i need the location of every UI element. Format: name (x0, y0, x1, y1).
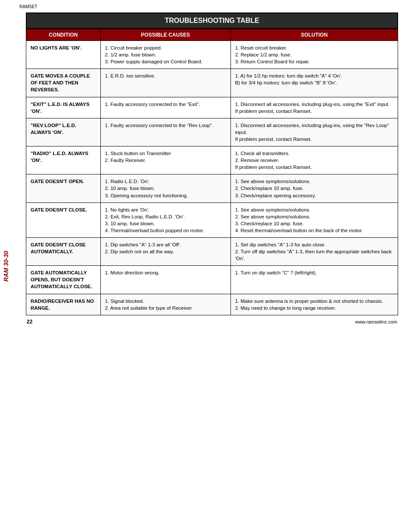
solution-cell: 1. Make sure antenna is in proper positi… (230, 294, 398, 315)
main-content: TROUBLESHOOTING TABLE CONDITION POSSIBLE… (26, 12, 398, 325)
causes-cell: 1. Motor direction wrong. (100, 266, 230, 294)
solution-cell: 1. See above symptoms/solutions.2. Check… (230, 174, 398, 202)
troubleshoot-table: CONDITION POSSIBLE CAUSES SOLUTION NO LI… (26, 29, 398, 315)
table-row: GATE DOESN'T OPEN.1. Radio L.E.D. 'On'.2… (26, 174, 398, 202)
condition-cell: RADIO/RECEIVER HAS NO RANGE. (26, 294, 101, 315)
causes-cell: 1. Dip switches "A" 1-3 are all 'Off'.2.… (100, 237, 230, 265)
condition-cell: "REV LOOP" L.E.D. ALWAYS 'ON'. (26, 118, 101, 146)
header-solution: SOLUTION (230, 29, 398, 41)
condition-cell: GATE DOESN'T OPEN. (26, 174, 101, 202)
condition-cell: GATE DOESN'T CLOSE. (26, 202, 101, 237)
solution-cell: 1. Set dip switches "A" 1-3 for auto clo… (230, 237, 398, 265)
table-title: TROUBLESHOOTING TABLE (26, 12, 398, 29)
solution-cell: 1. A) for 1/2 hp motors: turn dip switch… (230, 69, 398, 97)
footer-website: www.ramsetinc.com (355, 319, 397, 324)
page-wrapper: RAMSET RAM 30-30 TROUBLESHOOTING TABLE C… (0, 0, 411, 532)
condition-cell: GATE DOESN'T CLOSE AUTOMATICALLY. (26, 237, 101, 265)
header-condition: CONDITION (26, 29, 101, 41)
causes-cell: 1. No lights are 'On'.2. Exit, Rev Loop,… (100, 202, 230, 237)
solution-cell: 1. See above symptoms/solutions.2. See a… (230, 202, 398, 237)
condition-cell: "RADIO" L.E.D. ALWAYS 'ON'. (26, 146, 101, 174)
table-row: GATE AUTOMATICALLY OPENS, BUT DOESN'T AU… (26, 266, 398, 294)
table-row: GATE DOESN'T CLOSE.1. No lights are 'On'… (26, 202, 398, 237)
table-row: RADIO/RECEIVER HAS NO RANGE.1. Signal bl… (26, 294, 398, 315)
causes-cell: 1. Faulty accessory connected to the "Re… (100, 118, 230, 146)
condition-cell: NO LIGHTS ARE 'ON'. (26, 41, 101, 69)
table-row: "RADIO" L.E.D. ALWAYS 'ON'.1. Stuck butt… (26, 146, 398, 174)
condition-cell: "EXIT" L.E.D. IS ALWAYS 'ON'. (26, 97, 101, 118)
table-row: "REV LOOP" L.E.D. ALWAYS 'ON'.1. Faulty … (26, 118, 398, 146)
side-label: RAM 30-30 (3, 251, 9, 282)
brand-label: RAMSET (19, 4, 398, 9)
header-causes: POSSIBLE CAUSES (100, 29, 230, 41)
solution-cell: 1. Disconnect all accessories, including… (230, 118, 398, 146)
causes-cell: 1. Signal blocked.2. Area not suitable f… (100, 294, 230, 315)
causes-cell: 1. Radio L.E.D. 'On'.2. 10 amp. fuse blo… (100, 174, 230, 202)
condition-cell: GATE MOVES A COUPLE OF FEET AND THEN REV… (26, 69, 101, 97)
causes-cell: 1. Faulty accessory connected to the "Ex… (100, 97, 230, 118)
footer-page-number: 22 (27, 319, 32, 325)
solution-cell: 1. Check all transmitters.2. Remove rece… (230, 146, 398, 174)
causes-cell: 1. E.R.D. too sensitive. (100, 69, 230, 97)
table-row: NO LIGHTS ARE 'ON'.1. Circuit breaker po… (26, 41, 398, 69)
side-label-wrapper: RAM 30-30 (0, 43, 12, 489)
condition-cell: GATE AUTOMATICALLY OPENS, BUT DOESN'T AU… (26, 266, 101, 294)
causes-cell: 1. Stuck button on Transmitter2. Faulty … (100, 146, 230, 174)
causes-cell: 1. Circuit breaker popped.2. 1/2 amp. fu… (100, 41, 230, 69)
footer: 22 www.ramsetinc.com (26, 319, 398, 325)
table-header-row: CONDITION POSSIBLE CAUSES SOLUTION (26, 29, 398, 41)
solution-cell: 1. Disconnect all accessories, including… (230, 97, 398, 118)
solution-cell: 1. Reset circuit breaker.2. Replace 1/2 … (230, 41, 398, 69)
table-row: "EXIT" L.E.D. IS ALWAYS 'ON'.1. Faulty a… (26, 97, 398, 118)
table-row: GATE DOESN'T CLOSE AUTOMATICALLY.1. Dip … (26, 237, 398, 265)
table-row: GATE MOVES A COUPLE OF FEET AND THEN REV… (26, 69, 398, 97)
solution-cell: 1. Turn on dip switch "C" 7 (left/right)… (230, 266, 398, 294)
